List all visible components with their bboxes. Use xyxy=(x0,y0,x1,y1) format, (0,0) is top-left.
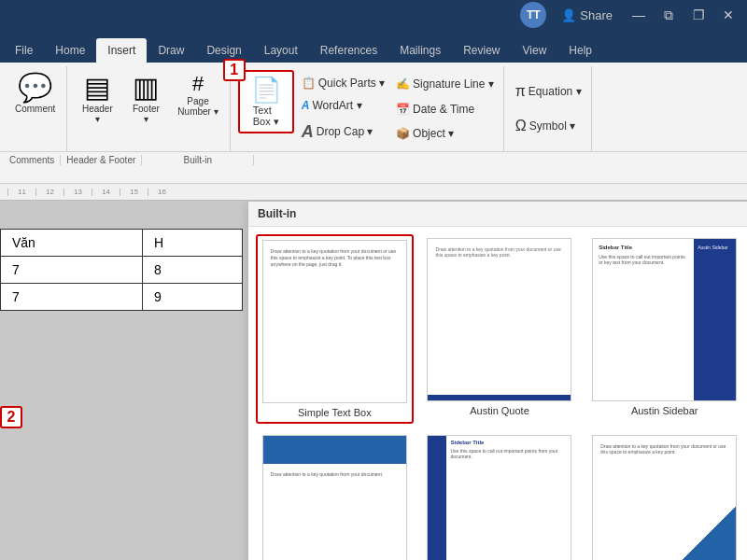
table-cell-r1c1: 7 xyxy=(1,257,143,284)
tab-references[interactable]: References xyxy=(309,38,388,63)
table-cell-r2c1: 7 xyxy=(1,284,143,311)
ribbon-group-header-footer: ▤ Header▾ ▥ Footer▾ # PageNumber ▾ xyxy=(69,66,230,151)
tab-help[interactable]: Help xyxy=(557,38,603,63)
template-facet-quote[interactable]: Draw attention to a key quotation from y… xyxy=(585,431,743,560)
symbol-label: Symbol ▾ xyxy=(529,119,575,133)
dropdown-section-label: Built-in xyxy=(258,207,296,220)
footer-label: Footer▾ xyxy=(133,104,160,124)
equation-button[interactable]: π Equation ▾ xyxy=(512,81,585,102)
object-label: Object ▾ xyxy=(413,127,454,140)
signature-line-button[interactable]: ✍ Signature Line ▾ xyxy=(392,76,498,92)
banded-quote-preview: Draw attention to a key quotation from y… xyxy=(262,435,407,560)
group-label-comments: Comments xyxy=(4,155,61,165)
tab-mailings[interactable]: Mailings xyxy=(388,38,452,63)
ribbon-group-labels-bar: Comments Header & Footer Built-in xyxy=(0,151,747,168)
page-number-label: PageNumber ▾ xyxy=(177,96,218,117)
avatar: TT xyxy=(520,2,546,28)
template-austin-sidebar[interactable]: Sidebar Title Use this space to call out… xyxy=(585,234,743,424)
template-simple-text-box[interactable]: Draw attention to a key quotation from y… xyxy=(256,234,414,424)
symbol-button[interactable]: Ω Symbol ▾ xyxy=(512,116,585,136)
quick-parts-button[interactable]: 📋 Quick Parts ▾ xyxy=(298,75,388,91)
table-cell-header-2: H xyxy=(143,230,243,257)
simple-text-box-preview: Draw attention to a key quotation from y… xyxy=(262,240,407,403)
titlebar: TT 👤 Share — ⧉ ❐ ✕ xyxy=(0,0,747,30)
ribbon: 💬 Comment ▤ Header▾ ▥ Footer▾ # PageNumb… xyxy=(0,63,747,184)
tab-review[interactable]: Review xyxy=(452,38,511,63)
page-number-button[interactable]: # PageNumber ▾ xyxy=(172,70,223,120)
share-button[interactable]: 👤 Share xyxy=(554,7,620,24)
wordart-button[interactable]: A WordArt ▾ xyxy=(298,97,388,114)
austin-sidebar-preview: Sidebar Title Use this space to call out… xyxy=(592,238,737,401)
textbox-button[interactable]: 📄 TextBox ▾ xyxy=(238,70,294,133)
doc-background: 2 Văn H 7 8 7 9 xyxy=(0,201,252,560)
facet-quote-preview: Draw attention to a key quotation from y… xyxy=(592,435,737,560)
minimize-button[interactable]: — xyxy=(627,4,650,26)
ribbon-group-comments: 💬 Comment xyxy=(4,66,67,151)
equation-label: Equation ▾ xyxy=(529,85,582,98)
tab-insert[interactable]: Insert xyxy=(96,38,147,63)
textbox-dropdown: Built-in Draw attention to a key quotati… xyxy=(247,201,747,560)
table-cell-r2c2: 9 xyxy=(143,284,243,311)
date-time-button[interactable]: 📅 Date & Time xyxy=(392,101,498,118)
ribbon-group-text: 1 📄 TextBox ▾ 📋 Quick Parts ▾ A WordArt … xyxy=(233,66,504,151)
comment-label: Comment xyxy=(15,104,55,114)
badge-2: 2 xyxy=(0,406,22,428)
date-time-label: Date & Time xyxy=(413,103,474,116)
document-area: 11 12 13 14 15 16 2 Văn H 7 8 7 9 xyxy=(0,184,747,560)
ribbon-group-symbols: π Equation ▾ Ω Symbol ▾ xyxy=(506,66,592,151)
tab-home[interactable]: Home xyxy=(44,38,96,63)
table-cell-r1c2: 8 xyxy=(143,257,243,284)
object-icon: 📦 xyxy=(396,127,410,140)
group-label-built-in: Built-in xyxy=(142,155,254,165)
textbox-label: TextBox ▾ xyxy=(253,105,279,128)
quick-parts-icon: 📋 xyxy=(302,77,316,90)
banded-sidebar-preview: Sidebar Title Use this space to call out… xyxy=(427,435,571,560)
ribbon-tabs: File Home Insert Draw Design Layout Refe… xyxy=(0,30,747,63)
header-icon: ▤ xyxy=(84,74,110,102)
comment-icon: 💬 xyxy=(18,74,52,102)
template-banded-quote[interactable]: Draw attention to a key quotation from y… xyxy=(256,431,414,560)
restore-button[interactable]: ⧉ xyxy=(657,4,680,26)
tab-view[interactable]: View xyxy=(512,38,558,63)
simple-text-box-label: Simple Text Box xyxy=(298,407,372,418)
drop-cap-label: Drop Cap ▾ xyxy=(317,125,374,138)
template-banded-sidebar[interactable]: Sidebar Title Use this space to call out… xyxy=(421,431,579,560)
drop-cap-button[interactable]: A Drop Cap ▾ xyxy=(298,120,388,144)
template-grid: Draw attention to a key quotation from y… xyxy=(248,227,747,560)
header-label: Header▾ xyxy=(82,104,113,124)
quick-parts-label: Quick Parts ▾ xyxy=(318,77,385,90)
group-label-header-footer: Header & Footer xyxy=(61,155,142,165)
austin-sidebar-label: Austin Sidebar xyxy=(631,405,698,416)
equation-icon: π xyxy=(515,83,526,100)
footer-button[interactable]: ▥ Footer▾ xyxy=(123,70,168,128)
signature-label: Signature Line ▾ xyxy=(413,77,494,91)
tab-draw[interactable]: Draw xyxy=(147,38,195,63)
table-cell-header-1: Văn xyxy=(1,230,143,257)
footer-icon: ▥ xyxy=(133,74,159,102)
signature-icon: ✍ xyxy=(396,77,410,91)
austin-quote-label: Austin Quote xyxy=(470,405,529,416)
austin-quote-preview: Draw attention to a key quotation from y… xyxy=(427,238,571,401)
ribbon-toolbar: 💬 Comment ▤ Header▾ ▥ Footer▾ # PageNumb… xyxy=(0,63,747,151)
main-content: 2 Văn H 7 8 7 9 Built-in xyxy=(0,201,747,560)
badge-1: 1 xyxy=(223,59,246,81)
template-austin-quote[interactable]: Draw attention to a key quotation from y… xyxy=(421,234,579,424)
drop-cap-icon: A xyxy=(302,122,314,142)
close-button[interactable]: ✕ xyxy=(717,4,740,26)
object-button[interactable]: 📦 Object ▾ xyxy=(392,125,498,142)
wordart-label: WordArt ▾ xyxy=(312,99,361,112)
ruler: 11 12 13 14 15 16 xyxy=(0,184,747,201)
textbox-icon: 📄 xyxy=(251,76,281,105)
dropdown-header: Built-in xyxy=(248,202,747,227)
share-icon: 👤 xyxy=(561,8,576,22)
comment-button[interactable]: 💬 Comment xyxy=(9,70,61,118)
document-table: Văn H 7 8 7 9 xyxy=(0,229,243,311)
tab-layout[interactable]: Layout xyxy=(253,38,309,63)
wordart-icon: A xyxy=(302,99,310,112)
maximize-button[interactable]: ❐ xyxy=(687,4,710,26)
symbol-icon: Ω xyxy=(515,118,527,134)
page-number-icon: # xyxy=(192,74,204,94)
tab-file[interactable]: File xyxy=(4,38,44,63)
header-button[interactable]: ▤ Header▾ xyxy=(75,70,120,128)
date-time-icon: 📅 xyxy=(396,103,410,116)
